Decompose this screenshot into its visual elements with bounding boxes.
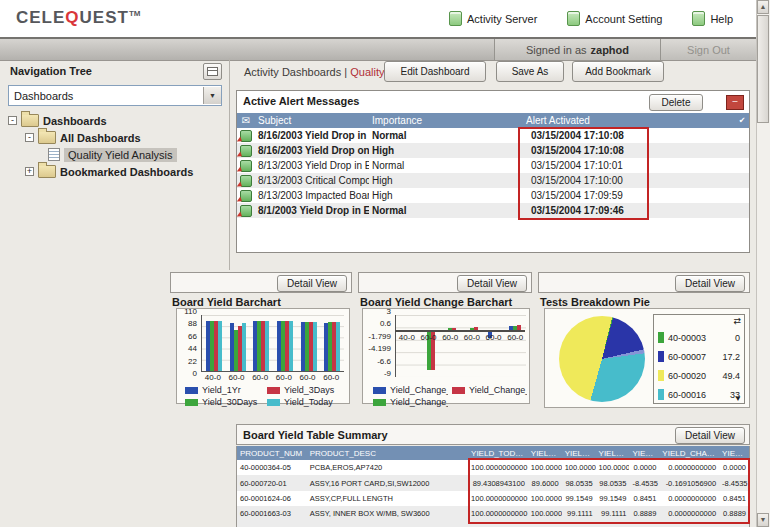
summary-column-header[interactable]: PRODUCT_NUM xyxy=(237,449,307,458)
yield-barchart-toolbar: Detail View xyxy=(170,272,352,293)
alert-message-icon xyxy=(240,130,252,142)
logo-accent-q: Q xyxy=(65,8,79,27)
yield-barchart-xlabels: 40-060-060-060-060-060-0 xyxy=(201,373,343,382)
celequest-dashboard: CELEQUESTTM Activity Server Account Sett… xyxy=(0,0,770,527)
account-setting-link[interactable]: Account Setting xyxy=(567,11,662,26)
table-row[interactable]: 40-0000364-05PCBA,EROS,AP7420100.0000000… xyxy=(237,460,749,475)
activity-server-icon xyxy=(449,11,462,26)
column-subject[interactable]: Subject xyxy=(255,115,369,126)
alert-message-icon xyxy=(240,190,252,202)
selected-tree-item: Quality Yield Analysis xyxy=(64,148,177,162)
alert-row[interactable]: 8/1/2003 Yield Drop in ESS on 60-000...N… xyxy=(237,203,749,218)
bar-Yield_Today xyxy=(265,321,269,371)
summary-toolbar: Board Yield Table Summary Detail View xyxy=(236,424,750,445)
tree-node-quality-yield-analysis[interactable]: Quality Yield Analysis xyxy=(8,146,223,163)
detail-view-button-summary[interactable]: Detail View xyxy=(675,427,745,444)
folder-icon xyxy=(38,165,56,178)
alert-row[interactable]: 8/13/2003 Yield Drop in ESS on 60-000200… xyxy=(237,158,749,173)
legend-swatch xyxy=(373,387,386,394)
legend-swatch xyxy=(267,399,280,406)
top-header: CELEQUESTTM Activity Server Account Sett… xyxy=(0,0,757,37)
column-importance[interactable]: Importance xyxy=(369,115,523,126)
folder-icon xyxy=(21,114,39,127)
collapse-panel-button[interactable]: – xyxy=(726,95,744,110)
tree-filter-dropdown[interactable]: Dashboards ▼ xyxy=(8,85,222,106)
gridlines xyxy=(202,315,344,371)
alert-row[interactable]: 8/13/2003 Impacted Boards for 11-0000040… xyxy=(237,188,749,203)
collapse-node-icon[interactable]: - xyxy=(8,116,17,125)
scroll-up-icon[interactable]: ▲ xyxy=(757,0,769,14)
delete-alert-button[interactable]: Delete xyxy=(649,94,703,111)
scroll-down-icon[interactable]: ▼ xyxy=(757,513,769,527)
expand-node-icon[interactable]: + xyxy=(25,167,34,176)
legend-item: Yield_Change_1Yr xyxy=(373,397,448,407)
tree-node-dashboards[interactable]: - Dashboards xyxy=(8,112,223,129)
chevron-down-icon: ▼ xyxy=(203,87,221,104)
tree-node-all-dashboards[interactable]: - All Dashboards xyxy=(8,129,223,146)
page-scrollbar[interactable]: ▲ ▼ xyxy=(756,0,770,527)
detail-view-button-yield[interactable]: Detail View xyxy=(277,275,347,292)
table-row[interactable]: 60-0001663-03ASSY, INNER BOX W/MB, SW360… xyxy=(237,506,749,521)
bar-Yield_Today xyxy=(289,321,293,371)
yield-barchart-plot xyxy=(201,315,344,372)
change-barchart-toolbar: Detail View xyxy=(358,272,532,293)
summary-column-header[interactable]: YIELD... xyxy=(629,449,659,458)
summary-column-header[interactable]: YIELD_... xyxy=(596,449,630,458)
summary-column-header[interactable]: YIELD_... xyxy=(562,449,596,458)
sign-out-button[interactable]: Sign Out xyxy=(660,39,757,60)
detail-view-button-change[interactable]: Detail View xyxy=(457,275,527,292)
summary-column-header[interactable]: YIELD_... xyxy=(528,449,562,458)
alerts-table-body: 8/16/2003 Yield Drop in ESS on 60-00...N… xyxy=(237,128,749,218)
alert-row[interactable]: 8/13/2003 Critical Component Failure (60… xyxy=(237,173,749,188)
summary-column-header[interactable]: PRODUCT_DESC xyxy=(307,449,468,458)
save-as-button[interactable]: Save As xyxy=(496,61,564,82)
alert-row[interactable]: 8/16/2003 Yield Drop in ESS on 60-00...N… xyxy=(237,128,749,143)
celequest-logo: CELEQUESTTM xyxy=(16,8,140,28)
help-link[interactable]: Help xyxy=(692,11,733,26)
table-row[interactable]: 60-000720-01ASSY,16 PORT CARD,SI,SW12000… xyxy=(237,475,749,490)
add-bookmark-button[interactable]: Add Bookmark xyxy=(572,61,664,82)
alert-message-icon xyxy=(240,175,252,187)
account-setting-icon xyxy=(567,11,580,26)
change-barchart-plot: 40-060-060-060-060-060-0 xyxy=(395,315,526,377)
category-label: 60-0 xyxy=(225,373,249,382)
legend-swatch xyxy=(658,351,664,362)
bar-Yield_Today xyxy=(218,321,222,371)
tree-node-bookmarked-dashboards[interactable]: + Bookmarked Dashboards xyxy=(8,163,223,180)
table-row[interactable]: 60-0001624-06ASSY,CP,FULL LENGTH100.0000… xyxy=(237,491,749,506)
trademark: TM xyxy=(129,9,141,18)
active-alerts-panel: Active Alert Messages Delete – ✉ Subject… xyxy=(236,90,750,253)
collapse-node-icon[interactable]: - xyxy=(25,133,34,142)
yield-barchart-legend: Yield_1YrYield_3DaysYield_30DaysYield_To… xyxy=(185,385,345,407)
detail-view-button-pie[interactable]: Detail View xyxy=(675,275,745,292)
pie-legend-item: 40-000030 xyxy=(654,328,744,347)
subject-column-icon: ✉ xyxy=(237,115,255,126)
category-label: 60-0 xyxy=(272,373,296,382)
summary-title: Board Yield Table Summary xyxy=(243,429,388,441)
legend-item: Yield_Change_1Da xyxy=(373,385,448,395)
summary-column-header[interactable]: YIELD_TODAY xyxy=(468,449,528,458)
pie-toolbar: Detail View xyxy=(538,272,750,293)
legend-more-icon[interactable]: ▼ xyxy=(734,394,742,403)
pie-legend-box: ⇄ 40-00003060-0000717.260-0002049.460-00… xyxy=(653,314,745,404)
summary-column-header[interactable]: YIELD_CHAN... xyxy=(659,449,719,458)
edit-dashboard-button[interactable]: Edit Dashboard xyxy=(384,61,486,82)
legend-swatch xyxy=(658,389,664,400)
summary-column-header[interactable]: YIELD... xyxy=(719,449,749,458)
legend-toggle-icon[interactable]: ⇄ xyxy=(733,316,741,326)
column-alert-activated[interactable]: Alert Activated xyxy=(523,115,735,126)
collapse-tree-button[interactable] xyxy=(203,63,222,80)
zero-axis-line xyxy=(395,330,525,332)
legend-swatch xyxy=(185,387,198,394)
legend-item: Yield_Today xyxy=(267,397,345,407)
activity-server-link[interactable]: Activity Server xyxy=(449,11,537,26)
alert-row[interactable]: 8/16/2003 Yield Drop on 60-0001663 ...Hi… xyxy=(237,143,749,158)
scrollbar-thumb[interactable] xyxy=(757,15,769,123)
legend-item: Yield_1Yr xyxy=(185,385,263,395)
breadcrumb-root[interactable]: Activity Dashboards xyxy=(244,66,341,78)
folder-icon xyxy=(38,131,56,144)
summary-table: PRODUCT_NUMPRODUCT_DESCYIELD_TODAYYIELD_… xyxy=(236,446,750,527)
yield-barchart: 110886644220 40-060-060-060-060-060-0 Yi… xyxy=(176,308,350,404)
legend-item: Yield_3Days xyxy=(267,385,345,395)
legend-swatch xyxy=(185,399,198,406)
